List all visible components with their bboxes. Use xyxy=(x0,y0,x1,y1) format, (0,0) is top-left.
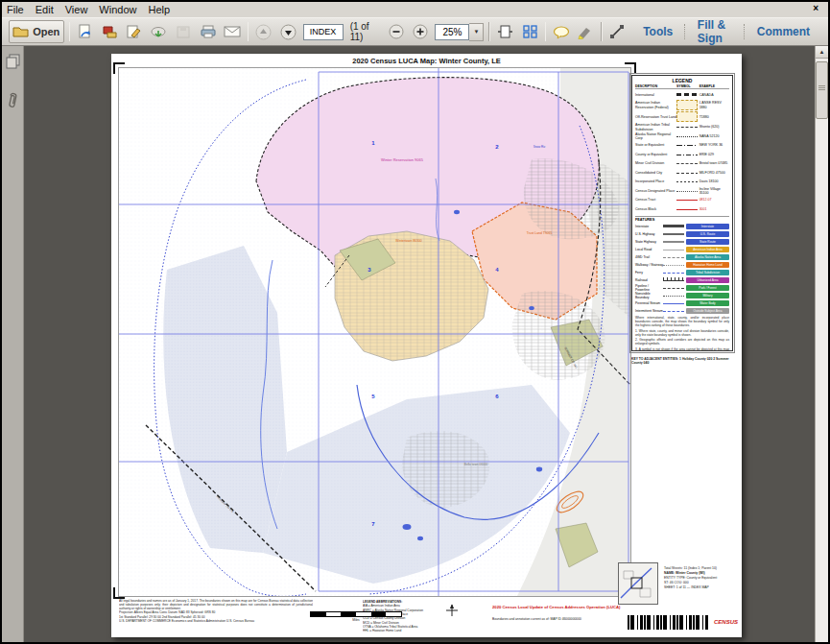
legend-symbol xyxy=(676,189,700,193)
feature-symbol xyxy=(663,309,686,313)
census-bureau-logo: CENSUS xyxy=(714,619,738,625)
share-link-button[interactable] xyxy=(607,21,628,42)
feature-symbol xyxy=(663,248,686,251)
previous-page-button xyxy=(253,21,273,42)
feature-label: Local Road xyxy=(635,248,663,251)
zoom-level-combo[interactable]: 25% ▼ xyxy=(435,23,484,41)
feature-label: Walkway / Stairway xyxy=(635,263,663,267)
menu-file[interactable]: File xyxy=(7,4,24,15)
feature-symbol-roadLocal xyxy=(663,250,684,250)
legend-feature-row: Walkway / StairwayHawaiian Home Land xyxy=(635,261,729,269)
folder-icon xyxy=(12,24,29,39)
feature-symbol xyxy=(663,225,686,228)
sticky-note-button[interactable] xyxy=(551,21,571,42)
scroll-up-button[interactable]: ▲ xyxy=(816,46,828,59)
legend-feature-row: InterstateInterstate xyxy=(635,223,729,230)
legend-features-title: FEATURES xyxy=(635,216,729,222)
legend-symbol xyxy=(676,161,700,165)
lake xyxy=(529,306,534,310)
legend-feature-rows: InterstateInterstateU.S. HighwayU.S. Rou… xyxy=(635,223,729,315)
vertical-scrollbar[interactable]: ▲ xyxy=(815,46,828,642)
next-page-button[interactable] xyxy=(278,21,298,42)
feature-symbol-dash4 xyxy=(663,288,684,289)
legend-feature-row: State HighwayState Route xyxy=(635,238,729,246)
legend-symbol xyxy=(676,143,700,147)
legend-boundary-rows: InternationalCANADAAmerican Indian Reser… xyxy=(635,90,729,214)
menu-items: FileEditViewWindowHelp xyxy=(7,4,181,15)
credit-line: All legal boundaries and names are as of… xyxy=(119,599,313,610)
feature-label: State Highway xyxy=(635,240,663,244)
legend-feature-row: FerryTribal Subdivision xyxy=(635,269,729,276)
feature-swatch: Military xyxy=(686,293,729,299)
task-panes: Tools Fill & Sign Comment xyxy=(631,18,821,45)
open-button[interactable]: Open xyxy=(9,20,64,43)
map-title: 2020 Census LUCA Map: Winter County, LE xyxy=(111,57,742,65)
legend-row: Consolidated CityMILFORD 47500 xyxy=(635,168,729,178)
legend-symbol-intl xyxy=(676,93,698,96)
feature-label: Perennial Stream xyxy=(635,301,663,305)
fit-page-button[interactable] xyxy=(520,21,540,42)
email-button[interactable] xyxy=(223,21,243,42)
legend-row: InternationalCANADA xyxy=(635,90,729,100)
feature-symbol xyxy=(663,263,686,267)
toolbar-separator xyxy=(248,22,249,41)
highlight-button[interactable] xyxy=(576,21,596,42)
legend-symbol xyxy=(676,100,700,111)
feature-symbol xyxy=(663,277,686,282)
legend-row: American Indian Tribal SubdivisionShonto… xyxy=(635,123,729,132)
legend-row-label: Off-Reservation Trust Land xyxy=(635,115,676,119)
legend-row-example: 3001 xyxy=(700,207,729,211)
legend-header: SYMBOL xyxy=(676,84,700,88)
toolbar: Open (1 of 11) 25% ▼ Tools Fi xyxy=(2,17,828,46)
scale-bar: Miles xyxy=(310,611,402,622)
menu-help[interactable]: Help xyxy=(148,4,170,15)
map-label: Winter Reservation 9065 xyxy=(381,157,424,162)
menu-window[interactable]: Window xyxy=(99,4,136,15)
save-file-button[interactable] xyxy=(75,21,95,42)
toolbar-separator xyxy=(69,22,71,41)
export-pdf-button[interactable] xyxy=(100,21,120,42)
zoom-dropdown-arrow[interactable]: ▼ xyxy=(469,23,484,41)
feature-symbol xyxy=(663,294,686,298)
fill-sign-pane-button[interactable]: Fill & Sign xyxy=(686,18,744,45)
page-thumbnails-icon[interactable] xyxy=(6,54,20,73)
legend-symbol-redline xyxy=(676,200,698,202)
legend-feature-row: 4WD TrailAlaska Native Area xyxy=(635,253,729,261)
menu-view[interactable]: View xyxy=(65,4,88,15)
attachments-paperclip-icon[interactable] xyxy=(6,90,19,113)
legend-row-example: Bristol town 07485 xyxy=(700,161,729,165)
print-button[interactable] xyxy=(198,21,218,42)
legend-header: EXAMPLE xyxy=(700,84,729,88)
feature-symbol xyxy=(663,240,686,244)
sign-button[interactable] xyxy=(125,21,145,42)
scrollbar-thumb[interactable] xyxy=(816,61,828,119)
zoom-level-value[interactable]: 25% xyxy=(435,24,469,40)
lake xyxy=(454,210,460,214)
feature-symbol xyxy=(663,271,686,274)
page-count-label: (1 of 11) xyxy=(350,21,382,42)
upload-cloud-button[interactable] xyxy=(149,21,169,42)
zoom-out-button[interactable] xyxy=(386,21,406,42)
close-button[interactable]: × xyxy=(813,3,818,13)
legend-feature-row: Local RoadAmerican Indian Area xyxy=(635,246,729,253)
feature-swatch: Park / Forest xyxy=(686,285,729,292)
feature-swatch: Alaska Native Area xyxy=(686,254,729,261)
scroll-mode-button[interactable] xyxy=(495,21,515,42)
feature-symbol-trail xyxy=(663,257,684,258)
legend-row: Off-Reservation Trust LandT1880 xyxy=(635,111,729,123)
legend-row-label: County or Equivalent xyxy=(635,153,676,156)
legend-symbol xyxy=(676,179,700,183)
zoom-in-button[interactable] xyxy=(411,21,431,42)
menu-edit[interactable]: Edit xyxy=(36,4,54,15)
legend-note: Where international, state, county, and/… xyxy=(635,316,729,327)
menu-bar: FileEditViewWindowHelp × xyxy=(2,2,828,17)
feature-label: U.S. Highway xyxy=(635,232,663,236)
legend-row: Incorporated PlaceDavis 18100 xyxy=(635,178,729,187)
legend-row-example: L'ANSE RESV 1880 xyxy=(700,101,729,108)
document-area[interactable]: 2020 Census LUCA Map: Winter County, LE xyxy=(24,46,815,642)
comment-pane-button[interactable]: Comment xyxy=(746,25,821,38)
page-number-input[interactable] xyxy=(303,24,344,40)
legend-row: State or EquivalentNEW YORK 36 xyxy=(635,141,729,151)
map-credits: All legal boundaries and names are as of… xyxy=(119,599,313,633)
tools-pane-button[interactable]: Tools xyxy=(631,25,684,38)
